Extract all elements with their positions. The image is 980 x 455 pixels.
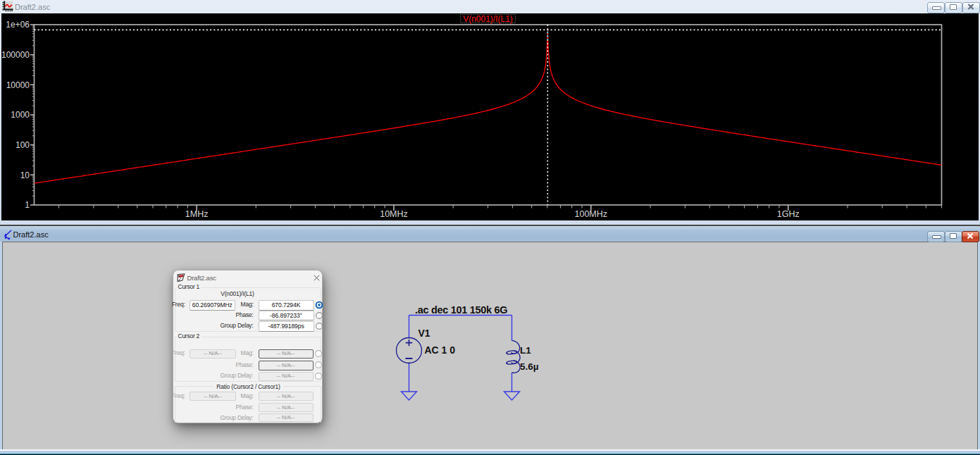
svg-text:1: 1 <box>25 200 30 210</box>
svg-text:1MHz: 1MHz <box>185 209 209 219</box>
svg-text:10000: 10000 <box>6 80 30 90</box>
svg-text:10MHz: 10MHz <box>380 209 408 219</box>
svg-text:1GHz: 1GHz <box>777 209 800 219</box>
svg-text:1e+06: 1e+06 <box>6 20 30 30</box>
svg-text:10: 10 <box>20 170 30 180</box>
svg-text:1000: 1000 <box>11 110 30 120</box>
svg-text:V(n001)/I(L1): V(n001)/I(L1) <box>463 14 513 24</box>
svg-text:100MHz: 100MHz <box>575 209 608 219</box>
svg-text:100: 100 <box>15 140 30 150</box>
svg-text:100000: 100000 <box>1 50 30 60</box>
